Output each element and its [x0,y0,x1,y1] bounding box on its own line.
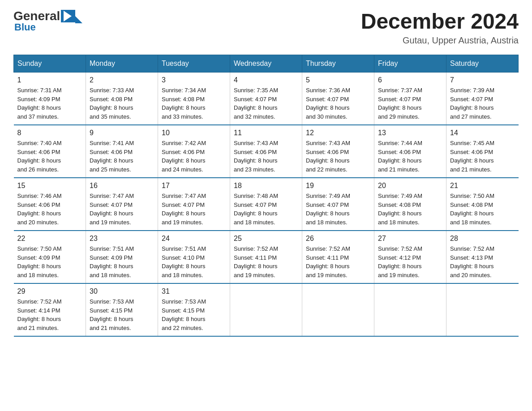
day-info: Sunrise: 7:48 AMSunset: 4:07 PMDaylight:… [234,193,278,226]
day-info: Sunrise: 7:50 AMSunset: 4:08 PMDaylight:… [450,193,494,226]
day-info: Sunrise: 7:52 AMSunset: 4:12 PMDaylight:… [378,245,422,278]
calendar-cell: 6 Sunrise: 7:37 AMSunset: 4:07 PMDayligh… [374,73,446,125]
calendar-cell: 21 Sunrise: 7:50 AMSunset: 4:08 PMDaylig… [446,178,519,231]
calendar-cell: 13 Sunrise: 7:44 AMSunset: 4:06 PMDaylig… [374,125,446,178]
calendar-cell: 1 Sunrise: 7:31 AMSunset: 4:09 PMDayligh… [14,73,86,125]
day-info: Sunrise: 7:39 AMSunset: 4:07 PMDaylight:… [450,87,494,120]
day-number: 1 [17,76,82,84]
day-number: 26 [306,235,370,243]
day-number: 31 [162,287,226,295]
day-info: Sunrise: 7:50 AMSunset: 4:09 PMDaylight:… [17,245,62,278]
calendar-week-row: 15 Sunrise: 7:46 AMSunset: 4:06 PMDaylig… [14,178,519,231]
col-saturday: Saturday [446,55,519,73]
day-info: Sunrise: 7:43 AMSunset: 4:06 PMDaylight:… [306,140,350,173]
day-number: 2 [90,76,154,84]
calendar-cell: 23 Sunrise: 7:51 AMSunset: 4:09 PMDaylig… [86,231,158,283]
calendar-cell: 25 Sunrise: 7:52 AMSunset: 4:11 PMDaylig… [230,231,302,283]
day-info: Sunrise: 7:53 AMSunset: 4:15 PMDaylight:… [162,298,206,331]
calendar-cell [230,283,302,336]
location-label: Gutau, Upper Austria, Austria [361,35,519,46]
day-info: Sunrise: 7:43 AMSunset: 4:06 PMDaylight:… [234,140,278,173]
day-number: 4 [234,76,298,84]
day-info: Sunrise: 7:52 AMSunset: 4:11 PMDaylight:… [234,245,278,278]
day-number: 3 [162,76,226,84]
calendar-cell: 27 Sunrise: 7:52 AMSunset: 4:12 PMDaylig… [374,231,446,283]
logo: General Blue [13,9,82,33]
calendar-cell: 8 Sunrise: 7:40 AMSunset: 4:06 PMDayligh… [14,125,86,178]
col-monday: Monday [86,55,158,73]
day-number: 11 [234,129,298,137]
col-sunday: Sunday [14,55,86,73]
day-info: Sunrise: 7:45 AMSunset: 4:06 PMDaylight:… [450,140,494,173]
calendar-cell: 7 Sunrise: 7:39 AMSunset: 4:07 PMDayligh… [446,73,519,125]
day-number: 30 [90,287,154,295]
day-info: Sunrise: 7:49 AMSunset: 4:07 PMDaylight:… [306,193,350,226]
calendar-cell: 22 Sunrise: 7:50 AMSunset: 4:09 PMDaylig… [14,231,86,283]
page-header: General Blue December 2024 Gutau, Upper … [13,9,519,46]
col-friday: Friday [374,55,446,73]
calendar-cell: 10 Sunrise: 7:42 AMSunset: 4:06 PMDaylig… [158,125,230,178]
month-year-title: December 2024 [361,9,519,34]
calendar-cell: 26 Sunrise: 7:52 AMSunset: 4:11 PMDaylig… [302,231,374,283]
calendar-cell: 5 Sunrise: 7:36 AMSunset: 4:07 PMDayligh… [302,73,374,125]
day-number: 15 [17,182,82,190]
calendar-cell: 4 Sunrise: 7:35 AMSunset: 4:07 PMDayligh… [230,73,302,125]
logo-triangle-icon [75,16,82,23]
calendar-cell: 30 Sunrise: 7:53 AMSunset: 4:15 PMDaylig… [86,283,158,336]
day-number: 21 [450,182,515,190]
calendar-cell: 2 Sunrise: 7:33 AMSunset: 4:08 PMDayligh… [86,73,158,125]
day-number: 22 [17,235,82,243]
day-number: 17 [162,182,226,190]
calendar-cell: 9 Sunrise: 7:41 AMSunset: 4:06 PMDayligh… [86,125,158,178]
calendar-week-row: 8 Sunrise: 7:40 AMSunset: 4:06 PMDayligh… [14,125,519,178]
calendar-week-row: 22 Sunrise: 7:50 AMSunset: 4:09 PMDaylig… [14,231,519,283]
logo-blue-box [61,10,75,22]
calendar-cell: 20 Sunrise: 7:49 AMSunset: 4:08 PMDaylig… [374,178,446,231]
day-number: 23 [90,235,154,243]
calendar-week-row: 1 Sunrise: 7:31 AMSunset: 4:09 PMDayligh… [14,73,519,125]
calendar-cell: 3 Sunrise: 7:34 AMSunset: 4:08 PMDayligh… [158,73,230,125]
day-number: 20 [378,182,442,190]
day-info: Sunrise: 7:42 AMSunset: 4:06 PMDaylight:… [162,140,206,173]
calendar-cell: 11 Sunrise: 7:43 AMSunset: 4:06 PMDaylig… [230,125,302,178]
day-info: Sunrise: 7:36 AMSunset: 4:07 PMDaylight:… [306,87,350,120]
day-number: 12 [306,129,370,137]
col-thursday: Thursday [302,55,374,73]
day-number: 29 [17,287,82,295]
day-number: 13 [378,129,442,137]
day-number: 16 [90,182,154,190]
day-info: Sunrise: 7:51 AMSunset: 4:10 PMDaylight:… [162,245,206,278]
day-number: 10 [162,129,226,137]
day-info: Sunrise: 7:52 AMSunset: 4:13 PMDaylight:… [450,245,494,278]
day-info: Sunrise: 7:33 AMSunset: 4:08 PMDaylight:… [90,87,134,120]
day-number: 8 [17,129,82,137]
calendar-header-row: Sunday Monday Tuesday Wednesday Thursday… [14,55,519,73]
calendar-week-row: 29 Sunrise: 7:52 AMSunset: 4:14 PMDaylig… [14,283,519,336]
day-info: Sunrise: 7:51 AMSunset: 4:09 PMDaylight:… [90,245,134,278]
day-info: Sunrise: 7:37 AMSunset: 4:07 PMDaylight:… [378,87,422,120]
day-info: Sunrise: 7:44 AMSunset: 4:06 PMDaylight:… [378,140,422,173]
calendar-cell [374,283,446,336]
day-number: 18 [234,182,298,190]
col-tuesday: Tuesday [158,55,230,73]
day-info: Sunrise: 7:31 AMSunset: 4:09 PMDaylight:… [17,87,62,120]
day-number: 9 [90,129,154,137]
calendar-cell: 19 Sunrise: 7:49 AMSunset: 4:07 PMDaylig… [302,178,374,231]
calendar-table: Sunday Monday Tuesday Wednesday Thursday… [13,55,519,337]
calendar-cell [302,283,374,336]
day-info: Sunrise: 7:34 AMSunset: 4:08 PMDaylight:… [162,87,206,120]
svg-marker-0 [64,11,72,21]
calendar-cell: 28 Sunrise: 7:52 AMSunset: 4:13 PMDaylig… [446,231,519,283]
calendar-cell: 15 Sunrise: 7:46 AMSunset: 4:06 PMDaylig… [14,178,86,231]
calendar-cell: 16 Sunrise: 7:47 AMSunset: 4:07 PMDaylig… [86,178,158,231]
col-wednesday: Wednesday [230,55,302,73]
day-number: 19 [306,182,370,190]
calendar-cell: 14 Sunrise: 7:45 AMSunset: 4:06 PMDaylig… [446,125,519,178]
day-number: 24 [162,235,226,243]
calendar-cell: 17 Sunrise: 7:47 AMSunset: 4:07 PMDaylig… [158,178,230,231]
day-info: Sunrise: 7:41 AMSunset: 4:06 PMDaylight:… [90,140,134,173]
day-info: Sunrise: 7:35 AMSunset: 4:07 PMDaylight:… [234,87,278,120]
day-info: Sunrise: 7:53 AMSunset: 4:15 PMDaylight:… [90,298,134,331]
day-info: Sunrise: 7:52 AMSunset: 4:11 PMDaylight:… [306,245,350,278]
day-number: 25 [234,235,298,243]
